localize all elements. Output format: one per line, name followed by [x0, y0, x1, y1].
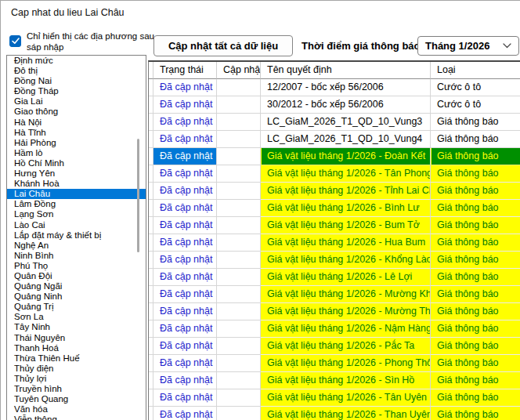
status-cell[interactable]: Đã cập nhật	[153, 165, 217, 183]
decision-name-cell[interactable]: LC_GiaM_2026_T1_QD_10_Vung4	[261, 131, 431, 148]
region-list-item[interactable]: Thái Nguyên	[7, 333, 146, 343]
region-list-item[interactable]: Quân Đội	[7, 271, 146, 281]
region-list-item[interactable]: Lào Cai	[7, 220, 146, 230]
chevron-down-icon[interactable]	[503, 43, 511, 49]
region-list-item[interactable]: Truyền hình	[7, 384, 146, 394]
region-list-item[interactable]: Lai Châu	[7, 189, 146, 199]
decision-name-cell[interactable]: Giá vật liệu tháng 1/2026 - Than Uyên	[261, 407, 431, 420]
decision-name-cell[interactable]: 30/2012 - bốc xếp 56/2006	[261, 96, 431, 114]
decision-name-cell[interactable]: Giá vật liệu tháng 1/2026 - Đoàn Kết	[261, 148, 431, 165]
region-list-item[interactable]: Tuyên Quang	[7, 394, 146, 404]
region-list-item[interactable]: Tây Ninh	[7, 322, 146, 332]
type-cell[interactable]: Cước ô tô	[431, 96, 520, 114]
region-list-item[interactable]: Định mức	[7, 56, 146, 66]
region-list-item[interactable]: Phú Thọ	[7, 261, 146, 271]
update-cell[interactable]	[217, 372, 261, 389]
decision-name-cell[interactable]: Giá vật liệu tháng 1/2026 - Tân Uyên	[261, 389, 431, 407]
type-cell[interactable]: Giá thông báo	[431, 217, 520, 234]
region-list-item[interactable]: Thủy điện	[7, 364, 146, 374]
type-cell[interactable]: Giá thông báo	[431, 200, 520, 217]
region-list-item[interactable]: Đô thị	[7, 66, 146, 76]
region-list-item[interactable]: Đồng Tháp	[7, 86, 146, 96]
region-list-item[interactable]: Văn hóa	[7, 404, 146, 415]
status-cell[interactable]: Đã cập nhật	[153, 303, 217, 320]
type-cell[interactable]: Giá thông báo	[431, 183, 520, 200]
region-list-item[interactable]: Hải Phòng	[7, 138, 146, 148]
update-cell[interactable]	[217, 96, 261, 114]
update-cell[interactable]	[217, 338, 261, 355]
status-cell[interactable]: Đã cập nhật	[153, 389, 217, 407]
type-cell[interactable]: Giá thông báo	[431, 131, 520, 148]
region-list-item[interactable]: Hồ Chí Minh	[7, 158, 146, 168]
region-list-item[interactable]: Hà Nội	[7, 118, 146, 128]
region-list-item[interactable]: Quảng Trị	[7, 302, 146, 312]
checkbox-checked-icon[interactable]	[9, 35, 21, 47]
decision-name-cell[interactable]: Giá vật liệu tháng 1/2026 - Khổng Lào	[261, 252, 431, 269]
column-header[interactable]: Cập nhật	[217, 62, 261, 79]
region-list-item[interactable]: Khánh Hoà	[7, 179, 146, 189]
type-cell[interactable]: Giá thông báo	[431, 407, 520, 420]
update-cell[interactable]	[217, 389, 261, 407]
type-cell[interactable]: Giá thông báo	[431, 303, 520, 320]
type-cell[interactable]: Giá thông báo	[431, 389, 520, 407]
decision-name-cell[interactable]: Giá vật liệu tháng 1/2026 - Tỉnh Lai Châ…	[261, 183, 431, 200]
update-cell[interactable]	[217, 79, 261, 96]
listbox-scrollbar-thumb[interactable]	[137, 139, 139, 252]
status-cell[interactable]: Đã cập nhật	[153, 269, 217, 286]
type-cell[interactable]: Giá thông báo	[431, 234, 520, 252]
region-list-item[interactable]: Quảng Ninh	[7, 291, 146, 302]
decision-name-cell[interactable]: Giá vật liệu tháng 1/2026 - Phong Thổ	[261, 355, 431, 372]
region-list-item[interactable]: Thừa Thiên Huế	[7, 353, 146, 364]
region-list-item[interactable]: Lắp đặt máy & thiết bị	[7, 230, 146, 241]
region-list-item[interactable]: Nghệ An	[7, 241, 146, 251]
decision-name-cell[interactable]: 12/2007 - bốc xếp 56/2006	[261, 79, 431, 96]
region-list-item[interactable]: Hà Tĩnh	[7, 128, 146, 138]
update-cell[interactable]	[217, 252, 261, 269]
type-cell[interactable]: Giá thông báo	[431, 269, 520, 286]
region-list-item[interactable]: Ninh Bình	[7, 251, 146, 261]
region-list-item[interactable]: Gia Lai	[7, 96, 146, 107]
status-cell[interactable]: Đã cập nhật	[153, 79, 217, 96]
status-cell[interactable]: Đã cập nhật	[153, 234, 217, 252]
update-cell[interactable]	[217, 200, 261, 217]
type-cell[interactable]: Giá thông báo	[431, 320, 520, 338]
type-cell[interactable]: Cước ô tô	[431, 79, 520, 96]
update-cell[interactable]	[217, 286, 261, 303]
status-cell[interactable]: Đã cập nhật	[153, 96, 217, 114]
decision-name-cell[interactable]: Giá vật liệu tháng 1/2026 - Tân Phong	[261, 165, 431, 183]
update-cell[interactable]	[217, 407, 261, 420]
update-cell[interactable]	[217, 217, 261, 234]
update-cell[interactable]	[217, 269, 261, 286]
region-list-item[interactable]: Thủy lợi	[7, 374, 146, 384]
region-list-item[interactable]: Sơn La	[7, 312, 146, 322]
status-cell[interactable]: Đã cập nhật	[153, 372, 217, 389]
status-cell[interactable]: Đã cập nhật	[153, 217, 217, 234]
type-cell[interactable]: Giá thông báo	[431, 252, 520, 269]
status-cell[interactable]: Đã cập nhật	[153, 200, 217, 217]
decision-name-cell[interactable]: Giá vật liệu tháng 1/2026 - Nậm Hàng	[261, 320, 431, 338]
status-cell[interactable]: Đã cập nhật	[153, 114, 217, 131]
status-cell[interactable]: Đã cập nhật	[153, 407, 217, 420]
update-cell[interactable]	[217, 148, 261, 165]
type-cell[interactable]: Giá thông báo	[431, 372, 520, 389]
status-cell[interactable]: Đã cập nhật	[153, 286, 217, 303]
region-list-item[interactable]: Hưng Yên	[7, 168, 146, 179]
status-cell[interactable]: Đã cập nhật	[153, 338, 217, 355]
region-list-item[interactable]: Lâm Đồng	[7, 199, 146, 209]
decision-name-cell[interactable]: Giá vật liệu tháng 1/2026 - Mường Khoa	[261, 286, 431, 303]
decision-name-cell[interactable]: LC_GiaM_2026_T1_QD_10_Vung3	[261, 114, 431, 131]
status-cell[interactable]: Đã cập nhật	[153, 252, 217, 269]
column-header[interactable]: Loại	[431, 62, 520, 79]
region-list-item[interactable]: Lạng Sơn	[7, 209, 146, 219]
decision-name-cell[interactable]: Giá vật liệu tháng 1/2026 - Bum Tở	[261, 217, 431, 234]
column-header[interactable]: Trạng thái	[153, 62, 217, 79]
region-list-item[interactable]: Đồng Nai	[7, 76, 146, 86]
window-titlebar[interactable]: Cap nhat du lieu Lai Châu	[1, 1, 520, 24]
decision-name-cell[interactable]: Giá vật liệu tháng 1/2026 - Mường Than	[261, 303, 431, 320]
decision-name-cell[interactable]: Giá vật liệu tháng 1/2026 - Lê Lợi	[261, 269, 431, 286]
region-list-item[interactable]: Viễn thông	[7, 415, 146, 420]
decision-name-cell[interactable]: Giá vật liệu tháng 1/2026 - Hua Bum	[261, 234, 431, 252]
status-cell[interactable]: Đã cập nhật	[153, 355, 217, 372]
type-cell[interactable]: Giá thông báo	[431, 148, 520, 165]
update-cell[interactable]	[217, 165, 261, 183]
